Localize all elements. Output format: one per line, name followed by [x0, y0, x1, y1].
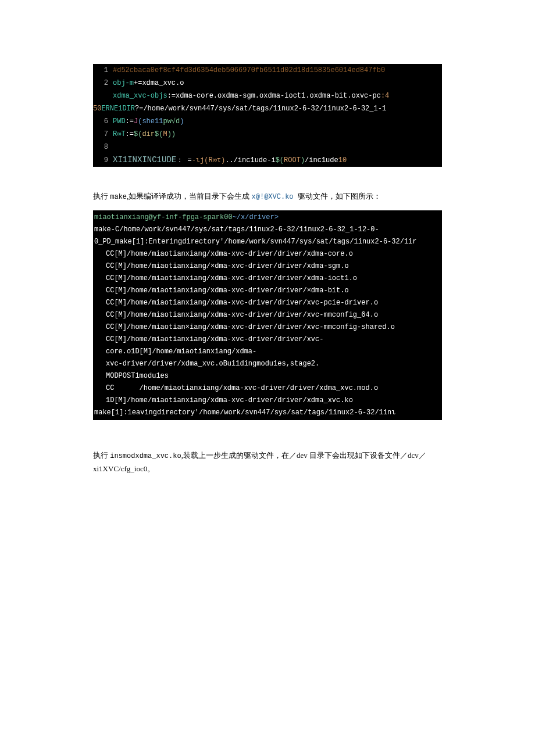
paragraph-insmod: 执行 insmodxdma_xvc.ko,装载上一步生成的驱动文件，在／dev … [93, 449, 442, 475]
line-number: 6 [93, 115, 113, 128]
path: ../inc1ude-i [225, 156, 275, 164]
number: 10 [338, 156, 347, 164]
flag: -ιj(R∞τ) [192, 156, 226, 164]
paren: ) [301, 156, 305, 164]
paren: ) [180, 117, 184, 126]
assignment: :=xdma-core.oxdma-sgm.oxdma-ioct1.oxdma-… [167, 92, 381, 100]
number: :4 [381, 92, 389, 100]
eq: = [187, 156, 191, 164]
term-line: CC[M]/home/miaotianxiang/xdma-xvc-driver… [93, 285, 442, 297]
user-host: miaotianxiang@yf-inf-fpga-spark00 [94, 213, 233, 221]
var-name: PWD [113, 117, 126, 126]
path: /inc1ude [305, 156, 338, 164]
term-line: xvc-driver/driver/xdma_xvc.oBui1dingmodu… [93, 358, 442, 370]
term-line: make[1]:1eavingdirectory'/home/work/svn4… [93, 407, 442, 419]
paren: )) [167, 130, 176, 138]
var-name: xdma_xvc-objs [113, 92, 167, 100]
cwd-prompt: ~/x/driver> [233, 213, 279, 221]
terminal-output: miaotianxiang@yf-inf-fpga-spark00~/x/dri… [93, 210, 442, 420]
code-text: R∞T:=$(dir$(M)) [113, 128, 176, 141]
assignment: +=xdma_xvc.o [134, 79, 184, 87]
page-content: 1 #d52cbaca0ef8cf4fd3d6354deb5066970fb65… [0, 0, 535, 506]
dollar: $( [155, 130, 163, 138]
term-line: 1D[M]/home/miaotianxiang/xdma-xvc-driver… [93, 395, 442, 407]
code-text: 50ERNE1DIR?=/home/work/svn447/sys/sat/ta… [93, 102, 386, 115]
code-line: 50ERNE1DIR?=/home/work/svn447/sys/sat/ta… [93, 102, 442, 115]
code-line: 6 PWD:=J(she11pw√d) [93, 115, 442, 128]
keyword: (she11 [138, 117, 163, 126]
code-text [113, 141, 117, 153]
cmd: pw√d [163, 117, 180, 126]
text: 执行 [93, 192, 110, 200]
var: M [163, 130, 167, 138]
term-line: MODPOST1modu1es [93, 370, 442, 382]
op: := [126, 130, 134, 138]
code-text: xdma_xvc-objs:=xdma-core.oxdma-sgm.oxdma… [113, 89, 389, 102]
var: ROOT [284, 156, 301, 164]
code-line: 2 obj-m+=xdma_xvc.o [93, 77, 442, 89]
line-number: 7 [93, 128, 113, 141]
code-text: PWD:=J(she11pw√d) [113, 115, 184, 128]
line-number: 8 [93, 141, 113, 153]
var-name: ERNE1DIR [101, 105, 135, 113]
func-name: XI1INXINC1UDE [113, 155, 176, 164]
op: := [126, 117, 134, 126]
term-line: 0_PD_make[1]:Enteringdirectory'/home/wor… [93, 236, 442, 248]
var-name: obj-m [113, 79, 134, 87]
func: dir [142, 130, 155, 138]
paragraph-make-result: 执行 make,如果编译译成功，当前目录下会生成 x@!@XVC.ko 驱动文件… [93, 190, 442, 203]
term-line: CC[M]/home/miaotianxiang/xdma-xvc-driver… [93, 273, 442, 285]
term-line: CC[M]/home/miaotianxiang/×dma-xvc-driver… [93, 260, 442, 273]
text: ,如果编译译成功，当前目录下会生成 [127, 192, 252, 200]
term-line: CC[M]/home/miaotianxiang/xdma-xvc-driver… [93, 309, 442, 321]
command-make: make [110, 193, 127, 201]
code-line: 8 [93, 141, 442, 153]
term-line: CC[M]/home/miaotian×iang/xdma-xvc-driver… [93, 321, 442, 334]
term-line: make-C/home/work/svn447/sys/sat/tags/1in… [93, 224, 442, 236]
line-number: 2 [93, 77, 113, 89]
output-filename: x@!@XVC.ko [252, 193, 298, 201]
term-line: CC[M]/home/miaotianxiang/xdma-xvc-driver… [93, 248, 442, 260]
term-line: CC /home/miaotianxiang/xdma-xvc-driver/d… [93, 382, 442, 395]
code-text: XI1INXINC1UDE： =-ιj(R∞τ)../inc1ude-i$(RO… [113, 153, 347, 167]
colon: ： [176, 156, 183, 164]
var-name: R∞T [113, 130, 126, 138]
makefile-code-block: 1 #d52cbaca0ef8cf4fd3d6354deb5066970fb65… [93, 64, 442, 167]
code-line: xdma_xvc-objs:=xdma-core.oxdma-sgm.oxdma… [93, 89, 442, 102]
term-line: CC[M]/home/miaotianxiang/xdma-xvc-driver… [93, 297, 442, 309]
dollar: $( [134, 130, 142, 138]
dollar: $( [276, 156, 284, 164]
code-comment: #d52cbaca0ef8cf4fd3d6354deb5066970fb6511… [113, 64, 385, 77]
term-prompt-line: miaotianxiang@yf-inf-fpga-spark00~/x/dri… [93, 212, 442, 224]
line-number: 9 [93, 154, 113, 167]
number: 50 [93, 105, 101, 113]
code-line: 7 R∞T:=$(dir$(M)) [93, 128, 442, 141]
code-line: 9 XI1INXINC1UDE： =-ιj(R∞τ)../inc1ude-i$(… [93, 153, 442, 167]
command-insmod: insmodxdma_xvc.ko [110, 452, 181, 460]
term-line: CC[M]/home/miaotianxiang/xdma-xvc-driver… [93, 334, 442, 358]
path: ?=/home/work/svn447/sys/sat/tags/1inux2-… [135, 105, 386, 113]
line-number: 1 [93, 64, 113, 77]
code-line: 1 #d52cbaca0ef8cf4fd3d6354deb5066970fb65… [93, 64, 442, 77]
text: 执行 [93, 451, 110, 460]
code-text: obj-m+=xdma_xvc.o [113, 77, 184, 89]
text: 驱动文件，如下图所示： [298, 192, 381, 200]
